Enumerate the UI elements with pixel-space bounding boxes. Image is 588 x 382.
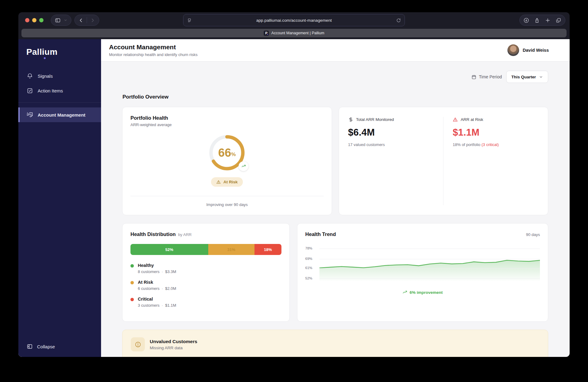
app-root: Pallium Signals Action Items bbox=[18, 39, 570, 357]
sidebar-nav: Signals Action Items Account Management bbox=[18, 69, 101, 122]
legend-dot bbox=[130, 281, 134, 284]
tab-title: Account Management | Pallium bbox=[271, 31, 324, 35]
trend-period: 90 days bbox=[526, 232, 540, 237]
close-window-button[interactable] bbox=[25, 18, 29, 22]
chevron-down-icon bbox=[539, 75, 543, 79]
legend-name: Healthy bbox=[138, 263, 176, 268]
y-tick-label: 78% bbox=[305, 246, 312, 250]
page-title: Account Management bbox=[109, 43, 198, 51]
time-period-label: Time Period bbox=[479, 74, 502, 79]
trend-annotation: 6% improvement bbox=[305, 290, 540, 295]
trending-up-icon bbox=[402, 290, 407, 295]
portfolio-health-card: Portfolio Health ARR-weighted average 66… bbox=[122, 107, 332, 215]
section-title: Portfolio Overview bbox=[123, 94, 548, 100]
sidebar-divider bbox=[18, 102, 101, 103]
legend-item: At Risk6 customers·$2.0M bbox=[130, 280, 281, 291]
critical-count: (3 critical) bbox=[481, 142, 499, 147]
browser-sidebar-icon[interactable] bbox=[55, 17, 61, 23]
check-square-icon bbox=[27, 88, 33, 94]
legend-detail: 3 customers·$1.1M bbox=[138, 303, 176, 308]
forward-button[interactable] bbox=[90, 18, 95, 23]
warning-triangle-icon bbox=[216, 180, 221, 184]
card-subtitle: by ARR bbox=[178, 232, 192, 237]
minimize-window-button[interactable] bbox=[32, 18, 36, 22]
trend-area bbox=[319, 260, 540, 281]
legend-dot bbox=[130, 264, 134, 268]
user-menu[interactable]: David Weiss bbox=[507, 44, 549, 56]
card-title: Health Trend bbox=[305, 231, 336, 237]
page-format-icon[interactable] bbox=[187, 18, 192, 23]
trend-plot bbox=[319, 246, 540, 281]
legend-name: Critical bbox=[138, 297, 176, 301]
warning-triangle-icon bbox=[453, 117, 458, 122]
favicon: P bbox=[264, 31, 269, 36]
legend-dot bbox=[130, 298, 134, 301]
address-bar[interactable]: app.palliumai.com/account-management bbox=[183, 14, 405, 26]
tab-strip: P Account Management | Pallium bbox=[18, 28, 570, 39]
page-content: Time Period This Quarter Portfolio Overv… bbox=[101, 62, 570, 357]
active-tab[interactable]: P Account Management | Pallium bbox=[21, 29, 567, 37]
back-button[interactable] bbox=[78, 18, 84, 23]
main-area: Account Management Monitor relationship … bbox=[101, 39, 570, 357]
sidebar-item-account-management[interactable]: Account Management bbox=[18, 107, 101, 122]
traffic-lights bbox=[25, 18, 43, 22]
distribution-segment: 52% bbox=[130, 244, 208, 255]
time-period-select[interactable]: This Quarter bbox=[506, 71, 548, 83]
arr-at-risk-subtext: 18% of portfolio (3 critical) bbox=[453, 142, 539, 147]
zoom-window-button[interactable] bbox=[39, 18, 43, 22]
url-text[interactable]: app.palliumai.com/account-management bbox=[192, 18, 396, 23]
arr-at-risk-block: ARR at Risk $1.1M 18% of portfolio (3 cr… bbox=[443, 117, 548, 205]
panel-collapse-icon bbox=[27, 343, 33, 350]
gridline bbox=[319, 279, 540, 279]
card-subtitle: ARR-weighted average bbox=[130, 122, 324, 127]
time-period-label-group: Time Period bbox=[471, 74, 502, 80]
alert-circle-icon bbox=[131, 337, 145, 351]
total-arr-block: Total ARR Monitored $6.4M 17 valued cust… bbox=[339, 117, 443, 205]
refresh-icon[interactable] bbox=[396, 18, 401, 23]
selected-period: This Quarter bbox=[511, 75, 536, 79]
handshake-icon bbox=[27, 112, 33, 118]
y-tick-label: 69% bbox=[305, 257, 312, 260]
total-arr-value: $6.4M bbox=[348, 127, 434, 138]
distribution-legend: Healthy8 customers·$3.3MAt Risk6 custome… bbox=[130, 263, 281, 308]
arr-at-risk-value: $1.1M bbox=[453, 127, 539, 138]
legend-item: Healthy8 customers·$3.3M bbox=[130, 263, 281, 274]
unvalued-customers-card: Unvalued Customers Missing ARR data 3 cu… bbox=[122, 330, 548, 357]
metric-label: ARR at Risk bbox=[461, 117, 483, 122]
tab-overview-icon[interactable] bbox=[556, 17, 561, 23]
nav-buttons bbox=[74, 15, 99, 26]
legend-detail: 8 customers·$3.3M bbox=[138, 269, 176, 274]
health-gauge: 66 % bbox=[208, 134, 246, 172]
arr-summary-card: Total ARR Monitored $6.4M 17 valued cust… bbox=[339, 107, 548, 215]
gridline bbox=[319, 249, 540, 249]
y-tick-label: 61% bbox=[305, 266, 312, 270]
distribution-segment: 18% bbox=[254, 244, 281, 255]
gridline bbox=[319, 259, 540, 259]
share-icon[interactable] bbox=[534, 17, 540, 23]
health-trend-card: Health Trend 90 days 78%69%61%52% bbox=[297, 223, 548, 322]
calendar-icon bbox=[471, 74, 477, 80]
sidebar: Pallium Signals Action Items bbox=[18, 39, 101, 357]
legend-item: Critical3 customers·$1.1M bbox=[130, 297, 281, 308]
toolbar-actions bbox=[519, 15, 565, 26]
sidebar-item-signals[interactable]: Signals bbox=[18, 69, 101, 83]
avatar bbox=[507, 44, 519, 56]
dollar-icon bbox=[348, 117, 353, 122]
new-tab-icon[interactable] bbox=[545, 17, 551, 23]
distribution-bar: 52%31%18% bbox=[130, 244, 281, 255]
legend-detail: 6 customers·$2.0M bbox=[138, 286, 176, 291]
trend-chart: 78%69%61%52% bbox=[305, 246, 540, 281]
gridline bbox=[319, 268, 540, 268]
sidebar-toggle-group bbox=[51, 15, 71, 26]
user-name: David Weiss bbox=[523, 48, 549, 53]
legend-name: At Risk bbox=[138, 280, 176, 285]
chevron-down-icon[interactable] bbox=[64, 18, 67, 22]
downloads-icon[interactable] bbox=[523, 17, 529, 23]
sidebar-item-action-items[interactable]: Action Items bbox=[18, 83, 101, 98]
page-header: Account Management Monitor relationship … bbox=[101, 39, 570, 62]
collapse-sidebar-button[interactable]: Collapse bbox=[27, 343, 101, 350]
divider bbox=[130, 196, 324, 196]
collapse-label: Collapse bbox=[37, 344, 55, 349]
distribution-segment: 31% bbox=[208, 244, 254, 255]
health-distribution-card: Health Distribution by ARR 52%31%18% Hea… bbox=[122, 223, 290, 322]
